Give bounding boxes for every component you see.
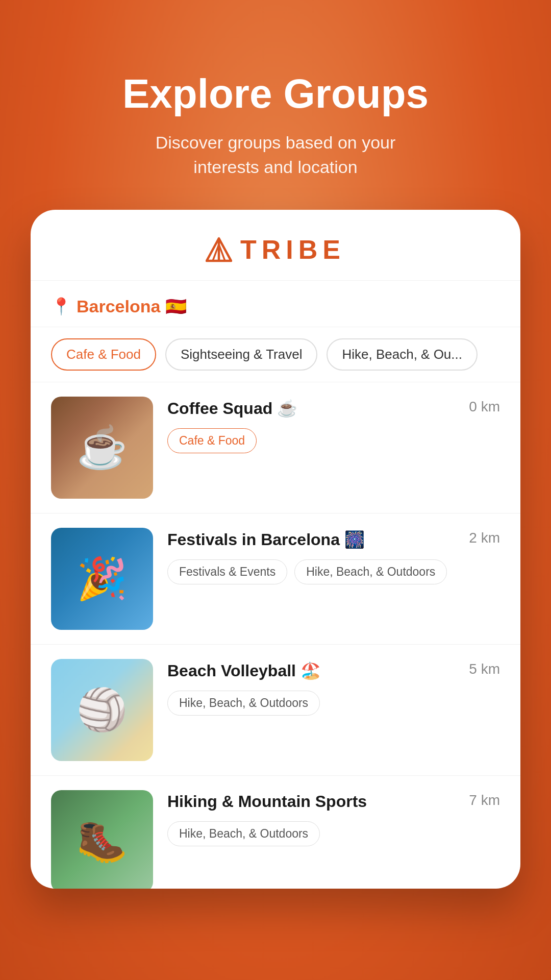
group-tag-hike-beach[interactable]: Hike, Beach, & Outdoors: [294, 559, 447, 584]
group-tags-festivals: Festivals & Events Hike, Beach, & Outdoo…: [167, 559, 500, 584]
group-info-hiking: Hiking & Mountain Sports 7 km Hike, Beac…: [167, 790, 500, 846]
group-distance-festivals: 2 km: [469, 530, 500, 546]
location-flag: 🇪🇸: [165, 296, 187, 316]
group-title-row-volleyball: Beach Volleyball 🏖️ 5 km: [167, 661, 500, 680]
app-name: TRIBE: [240, 234, 345, 265]
filter-tabs-container: Cafe & Food Sightseeing & Travel Hike, B…: [31, 327, 520, 382]
group-info-volleyball: Beach Volleyball 🏖️ 5 km Hike, Beach, & …: [167, 659, 500, 716]
group-item-festivals[interactable]: Festivals in Barcelona 🎆 2 km Festivals …: [31, 513, 520, 645]
group-item-volleyball[interactable]: Beach Volleyball 🏖️ 5 km Hike, Beach, & …: [31, 645, 520, 776]
group-info-festivals: Festivals in Barcelona 🎆 2 km Festivals …: [167, 528, 500, 584]
group-distance-volleyball: 5 km: [469, 661, 500, 677]
group-image-hiking: [51, 790, 153, 889]
group-name-coffee-squad: Coffee Squad ☕: [167, 399, 297, 418]
app-header: TRIBE: [31, 210, 520, 281]
tribe-logo: TRIBE: [51, 234, 500, 265]
group-tag-hike-beach-outdoors[interactable]: Hike, Beach, & Outdoors: [167, 691, 320, 716]
hero-subtitle: Discover groups based on your interests …: [122, 131, 429, 179]
location-bar[interactable]: 📍 Barcelona 🇪🇸: [31, 281, 520, 327]
group-tags-volleyball: Hike, Beach, & Outdoors: [167, 691, 500, 716]
location-pin-icon: 📍: [51, 297, 71, 316]
group-info-coffee-squad: Coffee Squad ☕ 0 km Cafe & Food: [167, 397, 500, 453]
group-item-coffee-squad[interactable]: Coffee Squad ☕ 0 km Cafe & Food: [31, 382, 520, 513]
hero-section: Explore Groups Discover groups based on …: [0, 0, 551, 210]
group-name-volleyball: Beach Volleyball 🏖️: [167, 661, 321, 680]
group-title-row: Coffee Squad ☕ 0 km: [167, 399, 500, 418]
group-name-hiking: Hiking & Mountain Sports: [167, 792, 367, 811]
tent-icon: [206, 236, 232, 263]
group-image-coffee-squad: [51, 397, 153, 499]
filter-tab-hike[interactable]: Hike, Beach, & Ou...: [327, 338, 478, 371]
filter-tab-cafe[interactable]: Cafe & Food: [51, 338, 156, 371]
group-distance-coffee-squad: 0 km: [469, 399, 500, 415]
group-distance-hiking: 7 km: [469, 792, 500, 808]
group-tags-coffee-squad: Cafe & Food: [167, 428, 500, 453]
hero-title: Explore Groups: [0, 71, 551, 116]
location-city: Barcelona: [77, 297, 160, 316]
app-card: TRIBE 📍 Barcelona 🇪🇸 Cafe & Food Sightse…: [31, 210, 520, 889]
group-tag-hike-mountain[interactable]: Hike, Beach, & Outdoors: [167, 821, 320, 846]
group-image-festivals: [51, 528, 153, 630]
group-title-row-festivals: Festivals in Barcelona 🎆 2 km: [167, 530, 500, 549]
group-item-hiking[interactable]: Hiking & Mountain Sports 7 km Hike, Beac…: [31, 776, 520, 889]
group-title-row-hiking: Hiking & Mountain Sports 7 km: [167, 792, 500, 811]
group-tag-cafe-food[interactable]: Cafe & Food: [167, 428, 257, 453]
group-tag-festivals-events[interactable]: Festivals & Events: [167, 559, 287, 584]
filter-tab-sightseeing[interactable]: Sightseeing & Travel: [165, 338, 317, 371]
groups-list: Coffee Squad ☕ 0 km Cafe & Food Festival…: [31, 382, 520, 889]
group-tags-hiking: Hike, Beach, & Outdoors: [167, 821, 500, 846]
group-image-volleyball: [51, 659, 153, 761]
group-name-festivals: Festivals in Barcelona 🎆: [167, 530, 365, 549]
